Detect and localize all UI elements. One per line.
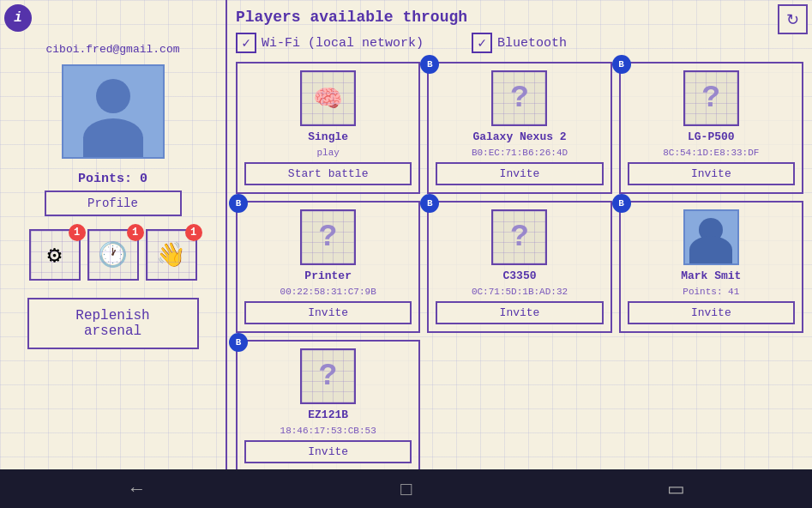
bt-badge-c3350: B	[420, 194, 439, 213]
player-name-single: Single	[308, 130, 348, 143]
player-card-printer: B ? Printer 00:22:58:31:C7:9B Invite	[236, 201, 420, 333]
player-card-ez121b: B ? EZ121B 18:46:17:53:CB:53 Invite	[236, 340, 420, 469]
bluetooth-option: ✓ Bluetooth	[472, 33, 567, 53]
player-name-ez121b: EZ121B	[308, 408, 348, 421]
invite-button-lg[interactable]: Invite	[628, 162, 795, 185]
wifi-label: Wi-Fi (local network)	[262, 36, 424, 51]
player-name-galaxy: Galaxy Nexus 2	[472, 130, 566, 143]
players-grid: 🧠 Single play Start battle B ? Galaxy Ne…	[236, 62, 803, 469]
wifi-checkbox[interactable]: ✓	[236, 33, 256, 53]
page-title: Players available through	[236, 9, 467, 26]
player-thumbnail-ez121b: ?	[300, 348, 356, 404]
refresh-button[interactable]: ↻	[778, 4, 808, 34]
connection-row: ✓ Wi-Fi (local network) ✓ Bluetooth	[236, 33, 803, 53]
player-name-c3350: C3350	[502, 269, 536, 282]
player-name-printer: Printer	[304, 269, 352, 282]
badge-item-clock[interactable]: 🕐 1	[87, 229, 139, 281]
avatar	[62, 64, 165, 159]
player-name-marksmit: Mark Smit	[681, 269, 741, 282]
bt-badge-ez121b: B	[229, 333, 248, 352]
bluetooth-checkbox[interactable]: ✓	[472, 33, 492, 53]
bt-badge-printer: B	[229, 194, 248, 213]
bluetooth-label: Bluetooth	[497, 36, 567, 51]
player-thumbnail-single: 🧠	[300, 70, 356, 126]
nav-bar: ← □ ▭	[0, 469, 812, 508]
player-sub-lg: 8C:54:1D:E8:33:DF	[663, 148, 759, 158]
avatar-head	[96, 79, 130, 113]
invite-button-ez121b[interactable]: Invite	[244, 440, 412, 463]
player-sub-ez121b: 18:46:17:53:CB:53	[280, 426, 376, 436]
player-sub-galaxy: B0:EC:71:B6:26:4D	[472, 148, 568, 158]
player-sub-single: play	[316, 148, 339, 158]
right-header: Players available through	[236, 9, 803, 26]
player-card-lg: B ? LG-P500 8C:54:1D:E8:33:DF Invite	[619, 62, 803, 194]
bt-badge-lg: B	[612, 55, 631, 74]
player-card-single: 🧠 Single play Start battle	[236, 62, 420, 194]
avatar-body	[83, 118, 143, 157]
profile-button[interactable]: Profile	[45, 190, 182, 216]
player-sub-c3350: 0C:71:5D:1B:AD:32	[472, 287, 568, 297]
invite-button-printer[interactable]: Invite	[244, 301, 412, 324]
player-thumbnail-c3350: ?	[491, 209, 547, 265]
points-display: Points: 0	[78, 172, 147, 186]
player-name-lg: LG-P500	[688, 130, 735, 143]
badge-item-wave[interactable]: 👋 1	[146, 229, 197, 281]
replenish-arsenal-button[interactable]: Replenish arsenal	[27, 298, 199, 349]
back-button[interactable]: ←	[127, 478, 146, 500]
badges-row: ⚙ 1 🕐 1 👋 1	[29, 229, 197, 281]
user-email: ciboi.fred@gmail.com	[45, 43, 179, 56]
invite-button-c3350[interactable]: Invite	[436, 301, 603, 324]
right-panel: Players available through ✓ Wi-Fi (local…	[227, 0, 812, 469]
invite-button-galaxy[interactable]: Invite	[436, 162, 603, 185]
info-icon[interactable]: i	[4, 4, 32, 32]
player-thumbnail-marksmit	[683, 209, 739, 265]
invite-button-marksmit[interactable]: Invite	[628, 301, 795, 324]
badge-item-gear[interactable]: ⚙ 1	[29, 229, 81, 281]
player-sub-marksmit: Points: 41	[683, 287, 739, 297]
recent-button[interactable]: ▭	[667, 478, 685, 500]
left-panel: i ciboi.fred@gmail.com Points: 0 Profile…	[0, 0, 227, 469]
badge-count-1: 1	[69, 224, 86, 241]
player-card-c3350: B ? C3350 0C:71:5D:1B:AD:32 Invite	[427, 201, 611, 333]
wifi-option: ✓ Wi-Fi (local network)	[236, 33, 424, 53]
player-thumbnail-printer: ?	[300, 209, 356, 265]
start-battle-button[interactable]: Start battle	[244, 162, 412, 185]
player-thumbnail-lg: ?	[683, 70, 739, 126]
badge-count-3: 1	[185, 224, 202, 241]
bt-badge-marksmit: B	[612, 194, 631, 213]
badge-count-2: 1	[127, 224, 144, 241]
player-sub-printer: 00:22:58:31:C7:9B	[280, 287, 376, 297]
bt-badge-galaxy: B	[420, 55, 439, 74]
player-card-galaxy: B ? Galaxy Nexus 2 B0:EC:71:B6:26:4D Inv…	[427, 62, 611, 194]
home-button[interactable]: □	[400, 478, 412, 500]
player-card-marksmit: B Mark Smit Points: 41 Invite	[619, 201, 803, 333]
player-thumbnail-galaxy: ?	[491, 70, 547, 126]
